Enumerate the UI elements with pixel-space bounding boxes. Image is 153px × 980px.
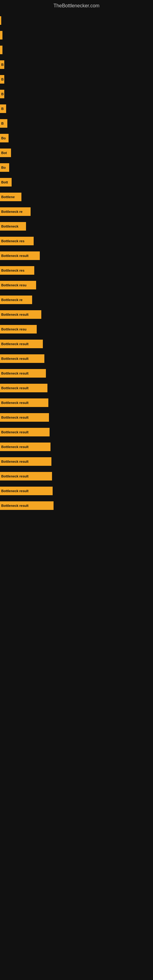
bar-label-28: Bottleneck result	[1, 430, 29, 434]
bar-row: Bottleneck re	[0, 206, 153, 217]
bar-row: Bottlene	[0, 191, 153, 202]
bar-row	[0, 30, 153, 41]
bar-row: Bottleneck res	[0, 235, 153, 247]
bar-row: B	[0, 103, 153, 114]
bar-row: Bottleneck result	[0, 426, 153, 438]
bar-row	[0, 15, 153, 26]
bar-label-7: B	[1, 122, 4, 125]
bar-row: Bottleneck res	[0, 265, 153, 276]
bar-23: Bottleneck result	[0, 354, 45, 363]
bar-row: Bottleneck resu	[0, 324, 153, 335]
bar-2	[0, 46, 2, 54]
bar-13: Bottleneck re	[0, 207, 30, 216]
bar-11: Bott	[0, 178, 12, 186]
bar-6: B	[0, 105, 6, 113]
bar-9: Bot	[0, 148, 11, 157]
bar-label-4: B	[1, 78, 4, 81]
bars-container: BBBBBBoBotBoBottBottleneBottleneck reBot…	[0, 10, 153, 516]
bar-17: Bottleneck res	[0, 266, 34, 275]
bar-label-26: Bottleneck result	[1, 401, 29, 404]
bar-18: Bottleneck resu	[0, 281, 36, 290]
bar-row: Bottleneck re	[0, 294, 153, 305]
bar-4: B	[0, 75, 4, 84]
bar-33: Bottleneck result	[0, 501, 54, 510]
bar-label-22: Bottleneck result	[1, 342, 29, 346]
bar-row: Bottleneck resu	[0, 280, 153, 291]
bar-row: Bottleneck	[0, 221, 153, 232]
bar-26: Bottleneck result	[0, 398, 48, 407]
bar-32: Bottleneck result	[0, 487, 53, 495]
bar-label-30: Bottleneck result	[1, 460, 29, 463]
bar-label-11: Bott	[1, 180, 8, 184]
bar-label-33: Bottleneck result	[1, 504, 29, 508]
bar-16: Bottleneck result	[0, 251, 40, 260]
bar-label-5: B	[1, 92, 4, 96]
bar-label-8: Bo	[1, 136, 6, 140]
bar-28: Bottleneck result	[0, 428, 49, 436]
bar-label-6: B	[1, 107, 4, 111]
bar-row: B	[0, 118, 153, 129]
bar-row: B	[0, 89, 153, 100]
bar-row	[0, 45, 153, 56]
bar-15: Bottleneck res	[0, 237, 33, 245]
bar-0	[0, 16, 1, 25]
bar-label-20: Bottleneck result	[1, 313, 29, 317]
bar-label-25: Bottleneck result	[1, 386, 29, 390]
bar-12: Bottlene	[0, 192, 21, 201]
bar-row: Bottleneck result	[0, 412, 153, 423]
bar-30: Bottleneck result	[0, 457, 51, 466]
bar-label-24: Bottleneck result	[1, 371, 29, 375]
bar-label-32: Bottleneck result	[1, 489, 29, 493]
bar-label-17: Bottleneck res	[1, 269, 24, 272]
bar-25: Bottleneck result	[0, 384, 48, 392]
bar-19: Bottleneck re	[0, 296, 32, 304]
bar-7: B	[0, 119, 7, 128]
bar-row: Bottleneck result	[0, 471, 153, 482]
site-title: TheBottlenecker.com	[0, 0, 153, 10]
bar-label-18: Bottleneck resu	[1, 283, 27, 287]
bar-24: Bottleneck result	[0, 369, 46, 378]
bar-label-15: Bottleneck res	[1, 239, 24, 243]
bar-5: B	[0, 90, 4, 98]
bar-row: Bottleneck result	[0, 250, 153, 261]
bar-label-14: Bottleneck	[1, 224, 18, 228]
bar-label-13: Bottleneck re	[1, 210, 22, 213]
bar-14: Bottleneck	[0, 222, 26, 231]
bar-label-31: Bottleneck result	[1, 474, 29, 478]
bar-row: Bottleneck result	[0, 339, 153, 350]
bar-label-12: Bottlene	[1, 195, 15, 199]
bar-3: B	[0, 60, 4, 69]
bar-row: Bottleneck result	[0, 397, 153, 408]
bar-row: Bottleneck result	[0, 441, 153, 452]
bar-1	[0, 31, 2, 40]
bar-label-3: B	[1, 63, 4, 67]
bar-row: Bottleneck result	[0, 485, 153, 496]
bar-label-10: Bo	[1, 166, 6, 169]
bar-label-9: Bot	[1, 151, 7, 155]
bar-label-19: Bottleneck re	[1, 298, 22, 302]
bar-29: Bottleneck result	[0, 442, 51, 451]
bar-27: Bottleneck result	[0, 413, 49, 422]
bar-20: Bottleneck result	[0, 310, 41, 319]
bar-row: Bot	[0, 147, 153, 158]
bar-row: B	[0, 74, 153, 85]
bar-row: Bottleneck result	[0, 309, 153, 320]
bar-21: Bottleneck resu	[0, 325, 37, 334]
bar-label-16: Bottleneck result	[1, 254, 29, 258]
bar-31: Bottleneck result	[0, 472, 52, 480]
bar-row: Bottleneck result	[0, 456, 153, 467]
bar-row: Bottleneck result	[0, 382, 153, 393]
bar-8: Bo	[0, 134, 9, 142]
bar-row: Bottleneck result	[0, 353, 153, 364]
bar-row: Bottleneck result	[0, 368, 153, 379]
bar-10: Bo	[0, 163, 9, 172]
bar-row: Bo	[0, 133, 153, 144]
bar-row: Bo	[0, 162, 153, 173]
bar-label-29: Bottleneck result	[1, 445, 29, 449]
bar-label-21: Bottleneck resu	[1, 328, 27, 331]
bar-row: B	[0, 59, 153, 70]
bar-label-23: Bottleneck result	[1, 357, 29, 360]
bar-label-27: Bottleneck result	[1, 415, 29, 419]
bar-row: Bott	[0, 177, 153, 188]
bar-row: Bottleneck result	[0, 500, 153, 511]
